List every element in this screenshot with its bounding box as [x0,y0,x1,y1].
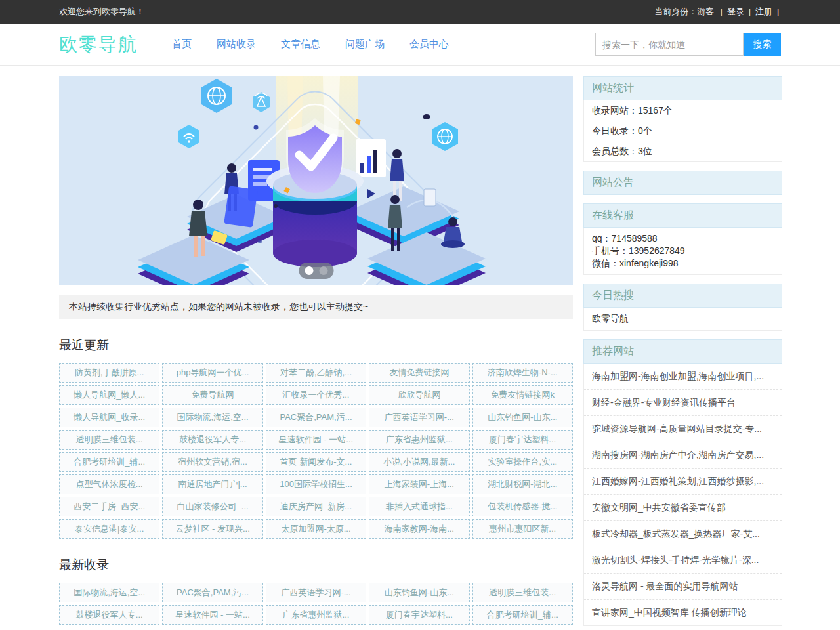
site-link[interactable]: 实验室操作台,实... [472,452,573,472]
site-link[interactable]: 国际物流,海运,空... [59,583,159,602]
recommend-site-link[interactable]: 洛灵导航网 - 最全面的实用导航网站 [584,574,782,600]
site-link[interactable]: 鼓楼退役军人专... [59,605,159,625]
platform-top-right [348,139,459,250]
latest-included-grid: 国际物流,海运,空...PAC聚合,PAM,污...广西英语学习网-...山东钓… [59,583,573,625]
site-link[interactable]: 100国际学校招生... [266,474,366,494]
recommend-site-link[interactable]: 财经-金融界-专业财经资讯传播平台 [584,390,782,416]
site-link[interactable]: 首页 新闻发布-文... [266,452,366,472]
recommend-site-link[interactable]: 安徽文明网_中共安徽省委宣传部 [584,495,782,521]
customer-service-panel: 在线客服 qq：714589588手机号：13952627849微信：xinfe… [583,203,782,275]
site-link[interactable]: 西安二手房_西安... [59,497,159,516]
site-link[interactable]: 厦门春宇达塑料... [472,430,573,450]
stat-row: 今日收录：0个 [584,121,782,141]
nav-link[interactable]: 文章信息 [281,38,320,51]
antenna-hexagon-icon [253,92,270,112]
announcement-panel-title: 网站公告 [583,171,782,195]
site-link[interactable]: 泰安信息港|泰安... [59,519,159,539]
site-link[interactable]: 南通房地产门户|... [162,474,262,494]
site-link[interactable]: 透明膜三维包装... [59,430,159,450]
section-title-recent-updates: 最近更新 [59,337,573,354]
site-link[interactable]: 懒人导航网_懒人... [59,385,159,405]
site-link[interactable]: 广东省惠州监狱... [266,605,366,625]
site-link[interactable]: 星速软件园 - 一站... [266,430,366,450]
recommend-site-link[interactable]: 海南加盟网-海南创业加盟,海南创业项目,... [584,364,782,390]
site-link[interactable]: 鼓楼退役军人专... [162,430,262,450]
site-link[interactable]: 宿州软文营销,宿... [162,452,262,472]
welcome-text: 欢迎您来到欧零导航！ [59,6,144,18]
recommend-site-link[interactable]: 驼城资源导航网-高质量网站目录提交-专... [584,416,782,442]
announcement-panel: 网站公告 [583,171,782,195]
site-link[interactable]: 国际物流,海运,空... [162,408,262,427]
site-link[interactable]: 友情免费链接网 [369,363,469,383]
hot-search-panel: 今日热搜 欧零导航 [583,284,782,331]
globe-hexagon-icon [201,79,232,113]
recommend-site-link[interactable]: 激光切割头-焊接头-手持焊-光学镜片-深... [584,547,782,574]
bracket-close: ] [776,7,779,16]
site-link[interactable]: 山东钓鱼网-山东... [369,583,469,602]
site-link[interactable]: 湖北财税网-湖北... [472,474,573,494]
carousel-dot[interactable] [319,266,327,275]
site-link[interactable]: 欣欣导航网 [369,385,469,405]
site-link[interactable]: 迪庆房产网_新房... [266,497,366,516]
site-link[interactable]: 非插入式通球指... [369,497,469,516]
nav-link[interactable]: 首页 [172,38,192,51]
recommend-site-link[interactable]: 宣讲家网_中国视频智库 传播创新理论 [584,600,782,625]
site-link[interactable]: 点型气体浓度检... [59,474,159,494]
site-link[interactable]: 广西英语学习网-... [266,583,366,602]
recommend-site-link[interactable]: 板式冷却器_板式蒸发器_换热器厂家-艾... [584,521,782,547]
search-input[interactable] [595,33,744,56]
site-link[interactable]: 星速软件园 - 一站... [162,605,262,625]
site-link[interactable]: 合肥考研培训_辅... [59,452,159,472]
site-link[interactable]: PAC聚合,PAM,污... [266,408,366,427]
wifi-hexagon-icon [178,125,200,148]
site-link[interactable]: 小说,小说网,最新... [369,452,469,472]
nav-link[interactable]: 问题广场 [345,38,385,51]
site-link[interactable]: 广西英语学习网-... [369,408,469,427]
site-link[interactable]: 山东钓鱼网-山东... [472,408,573,427]
search-area: 搜索 [595,33,781,56]
contact-row: 微信：xinfengkeji998 [592,257,774,270]
site-link[interactable]: 免费友情链接网k [472,385,573,405]
site-link[interactable]: 广东省惠州监狱... [369,430,469,450]
recommend-site-link[interactable]: 江西婚嫁网-江西婚礼策划,江西婚纱摄影,... [584,469,782,495]
recent-updates-grid: 防黄剂,丁酰肼原...php导航网一个优...对苯二酚,乙醇钠,...友情免费链… [59,363,573,539]
site-link[interactable]: 防黄剂,丁酰肼原... [59,363,159,383]
customer-service-title: 在线客服 [583,203,782,228]
nav-link[interactable]: 网站收录 [217,38,256,51]
site-link[interactable]: 惠州市惠阳区新... [472,519,573,539]
site-link[interactable]: 透明膜三维包装... [472,583,573,602]
site-link[interactable]: 云梦社区 - 发现兴... [162,519,262,539]
globe-hexagon-icon [432,122,458,151]
recommend-panel-title: 推荐网站 [583,339,782,364]
register-link[interactable]: 注册 [755,7,772,16]
search-button[interactable]: 搜索 [744,33,781,56]
stats-panel: 网站统计 收录网站：15167个今日收录：0个会员总数：3位 [583,76,782,162]
site-link[interactable]: 对苯二酚,乙醇钠,... [266,363,366,383]
site-link[interactable]: PAC聚合,PAM,污... [162,583,262,602]
contact-row: 手机号：13952627849 [592,245,774,257]
hot-search-title: 今日热搜 [583,284,782,308]
site-logo[interactable]: 欧零导航 [59,32,138,57]
carousel-dot-active[interactable] [304,266,313,275]
banner-illustration [59,76,573,285]
stat-row: 会员总数：3位 [584,141,782,161]
site-link[interactable]: php导航网一个优... [162,363,262,383]
site-link[interactable]: 济南欣烨生物-N-... [472,363,573,383]
site-link[interactable]: 免费导航网 [162,385,262,405]
site-link[interactable]: 汇收录一个优秀... [266,385,366,405]
recommend-site-link[interactable]: 湖南搜房网-湖南房产中介,湖南房产交易,... [584,442,782,469]
site-link[interactable]: 白山家装修公司_... [162,497,262,516]
divider: | [749,7,751,16]
site-link[interactable]: 包装机传感器-搅... [472,497,573,516]
site-link[interactable]: 太原加盟网-太原... [266,519,366,539]
site-link[interactable]: 厦门春宇达塑料... [369,605,469,625]
hot-search-link[interactable]: 欧零导航 [584,308,782,330]
login-link[interactable]: 登录 [727,7,744,16]
site-link[interactable]: 懒人导航网_收录... [59,408,159,427]
site-link[interactable]: 上海家装网-上海... [369,474,469,494]
site-link[interactable]: 合肥考研培训_辅... [472,605,573,625]
nav-link[interactable]: 会员中心 [410,38,449,51]
identity-area: 当前身份：游客 [ 登录 | 注册 ] [652,6,781,18]
section-title-latest-included: 最新收录 [59,556,573,574]
site-link[interactable]: 海南家教网-海南... [369,519,469,539]
